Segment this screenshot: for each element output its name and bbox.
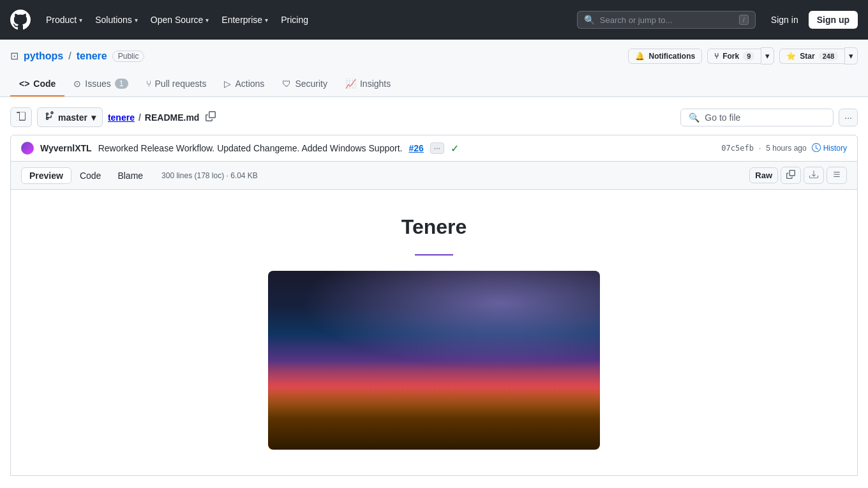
sign-in-button[interactable]: Sign in [766,11,804,28]
history-link[interactable]: History [812,143,847,154]
fork-button[interactable]: ⑂ Fork 9 [707,49,761,64]
issues-count: 1 [115,79,128,89]
repo-icon: ⊡ [10,50,19,62]
open-source-chevron-icon: ▾ [206,17,209,24]
tab-insights[interactable]: 📈 Insights [336,72,400,96]
download-button[interactable] [804,167,824,184]
main-content: master ▾ tenere / README.md 🔍 Go to file… [0,97,868,486]
tab-issues-label: Issues [85,79,110,89]
solutions-chevron-icon: ▾ [135,17,138,24]
history-label: History [823,144,847,153]
blame-tab-button[interactable]: Blame [109,167,151,184]
code-icon: <> [19,79,29,89]
navbar-actions: Sign in Sign up [766,11,858,29]
readme-image [268,271,600,450]
star-button[interactable]: ⭐ Star 248 [779,49,844,64]
nav-product-label: Product [46,15,77,25]
tab-pull-requests-label: Pull requests [155,79,207,89]
fork-count: 9 [743,52,754,61]
copy-path-button[interactable] [203,110,218,125]
preview-tab-button[interactable]: Preview [21,167,71,184]
star-icon: ⭐ [786,52,796,61]
branch-chevron-icon: ▾ [91,112,96,123]
readme-divider [415,254,453,255]
github-logo-icon[interactable] [10,10,31,30]
nav-product[interactable]: Product ▾ [41,11,87,29]
tab-code[interactable]: <> Code [10,72,64,96]
repo-header: ⊡ pythops / tenere Public 🔔 Notification… [0,40,868,97]
visibility-badge: Public [112,50,145,62]
notifications-label: Notifications [648,52,695,61]
star-group: ⭐ Star 248 ▾ [779,47,858,65]
search-icon: 🔍 [689,112,700,123]
nav-open-source[interactable]: Open Source ▾ [146,11,214,29]
raw-button[interactable]: Raw [749,167,778,183]
issues-icon: ⊙ [73,79,81,89]
copy-raw-button[interactable] [781,167,801,184]
tab-pull-requests[interactable]: ⑂ Pull requests [137,72,216,96]
nav-enterprise-label: Enterprise [221,15,262,25]
repo-actions: 🔔 Notifications ⑂ Fork 9 ▾ ⭐ Star 248 ▾ [628,47,858,65]
branch-name: master [58,112,87,123]
branch-selector[interactable]: master ▾ [37,107,103,127]
tab-actions-label: Actions [235,79,264,89]
history-icon [812,143,821,154]
commit-hash[interactable]: 07c5efb [721,144,754,153]
repo-owner-link[interactable]: pythops [24,50,63,62]
nav-solutions[interactable]: Solutions ▾ [90,11,143,29]
branch-icon [44,111,54,123]
commit-dot-separator: · [759,144,761,153]
notifications-button[interactable]: 🔔 Notifications [628,49,702,64]
commit-ellipsis[interactable]: ··· [430,142,444,154]
tab-code-label: Code [33,79,56,89]
product-chevron-icon: ▾ [79,17,82,24]
breadcrumb-repo-link[interactable]: tenere [108,112,135,123]
nav-pricing[interactable]: Pricing [276,11,313,29]
nav-pricing-label: Pricing [281,15,308,25]
goto-file-button[interactable]: 🔍 Go to file [680,109,834,126]
readme-content: Tenere [10,190,858,476]
repo-name-link[interactable]: tenere [77,50,107,62]
sign-up-button[interactable]: Sign up [809,11,858,29]
fork-icon: ⑂ [714,52,719,61]
star-count: 248 [819,52,838,61]
code-tab-button[interactable]: Code [71,167,109,184]
fork-dropdown-button[interactable]: ▾ [761,47,774,65]
nav-open-source-label: Open Source [151,15,204,25]
search-bar[interactable]: 🔍 Search or jump to... / [577,11,756,29]
fork-label: Fork [722,52,739,61]
repo-separator: / [68,50,71,62]
more-options-button[interactable]: ··· [839,109,858,126]
enterprise-chevron-icon: ▾ [265,17,268,24]
commit-message: Reworked Release Workflow. Updated Chang… [98,143,403,153]
file-toolbar: master ▾ tenere / README.md 🔍 Go to file… [10,107,858,127]
actions-icon: ▷ [224,79,231,89]
check-status-icon: ✓ [451,142,459,155]
commit-time: 5 hours ago [766,144,806,153]
goto-file-label: Go to file [705,112,740,123]
star-label: Star [800,52,814,61]
breadcrumb-separator: / [138,112,141,123]
fork-group: ⑂ Fork 9 ▾ [707,47,774,65]
search-icon: 🔍 [584,15,595,25]
avatar [21,142,34,155]
tab-actions[interactable]: ▷ Actions [215,72,273,96]
file-view-header: Preview Code Blame 300 lines (178 loc) ·… [10,162,858,190]
commit-meta: 07c5efb · 5 hours ago History [721,143,847,154]
commit-author[interactable]: WyvernlXTL [40,143,92,153]
repo-tabs: <> Code ⊙ Issues 1 ⑂ Pull requests ▷ Act… [10,72,858,96]
pull-requests-icon: ⑂ [146,79,151,89]
repo-title-row: ⊡ pythops / tenere Public 🔔 Notification… [10,47,858,65]
bell-icon: 🔔 [635,52,645,61]
star-dropdown-button[interactable]: ▾ [844,47,858,65]
nav-enterprise[interactable]: Enterprise ▾ [216,11,273,29]
commit-pr-link[interactable]: #26 [408,143,423,153]
toggle-sidebar-button[interactable] [10,107,32,127]
dunes-overlay [268,387,600,450]
security-icon: 🛡 [282,79,291,89]
search-shortcut-badge: / [739,15,749,25]
tab-issues[interactable]: ⊙ Issues 1 [64,72,137,96]
list-view-button[interactable] [827,167,847,184]
nav-items: Product ▾ Solutions ▾ Open Source ▾ Ente… [41,11,567,29]
tab-security[interactable]: 🛡 Security [273,72,336,96]
